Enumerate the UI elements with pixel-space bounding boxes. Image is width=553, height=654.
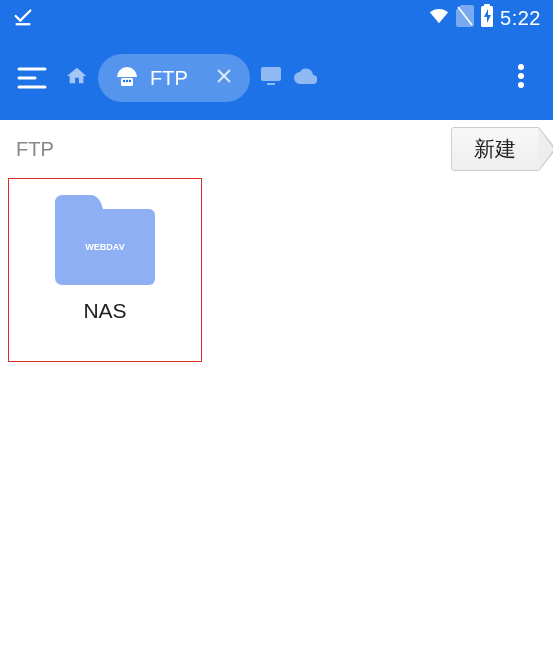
ftp-icon [114,63,140,93]
svg-point-15 [518,64,524,70]
breadcrumb[interactable]: FTP [16,138,54,161]
close-icon [216,68,232,88]
content-grid: WEBDAV NAS [0,178,553,362]
wifi-icon [428,5,450,31]
svg-rect-13 [261,67,281,81]
tabs-area: FTP [64,54,489,102]
home-tab[interactable] [64,65,90,91]
device-tab[interactable] [258,65,284,91]
folder-webdav-icon: WEBDAV [55,195,155,285]
svg-text:WEBDAV: WEBDAV [85,242,124,252]
svg-rect-3 [484,4,490,7]
status-right: 5:22 [428,4,541,32]
battery-charging-icon [480,4,494,32]
svg-point-17 [518,82,524,88]
status-time: 5:22 [500,7,541,30]
svg-point-10 [129,80,131,82]
svg-point-16 [518,73,524,79]
check-underline-icon [12,5,34,31]
cloud-tab[interactable] [292,65,318,91]
new-button[interactable]: 新建 [451,127,539,171]
more-vertical-icon [517,63,525,93]
sim-off-icon [456,5,474,31]
active-tab-ftp[interactable]: FTP [98,54,250,102]
svg-point-8 [123,80,125,82]
device-icon [260,66,282,90]
more-menu-button[interactable] [501,58,541,98]
close-tab-button[interactable] [212,66,236,90]
status-left [12,5,34,31]
breadcrumb-bar: FTP 新建 [0,120,553,178]
cloud-icon [293,67,317,89]
folder-item-nas[interactable]: WEBDAV NAS [8,178,202,362]
home-icon [66,65,88,91]
svg-point-9 [126,80,128,82]
menu-button[interactable] [12,58,52,98]
app-header: FTP [0,36,553,120]
active-tab-label: FTP [150,67,188,90]
status-bar: 5:22 [0,0,553,36]
folder-name: NAS [83,299,126,323]
svg-rect-14 [267,83,275,85]
